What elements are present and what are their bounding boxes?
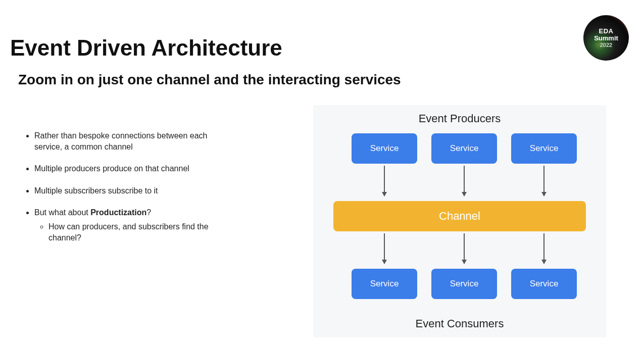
bullet-4-sub-1: How can producers, and subscribers find … <box>48 221 217 243</box>
producer-box-1: Service <box>352 133 417 164</box>
bullet-4-bold: Productization <box>90 208 146 217</box>
consumer-box-2: Service <box>431 269 497 299</box>
arrow-consumer-2 <box>464 233 465 264</box>
arrow-consumer-3 <box>543 233 544 264</box>
producer-box-3: Service <box>511 133 577 164</box>
logo-line-2: Summit <box>594 35 618 42</box>
bullet-2: Multiple producers produce on that chann… <box>34 163 217 174</box>
architecture-diagram: Event Producers Service Service Service … <box>313 105 606 337</box>
consumers-label: Event Consumers <box>313 317 606 330</box>
producers-label: Event Producers <box>313 112 606 125</box>
bullet-4-suffix: ? <box>146 208 151 217</box>
bullet-1: Rather than bespoke connections between … <box>34 130 217 152</box>
bullet-3: Multiple subscribers subscribe to it <box>34 185 217 196</box>
arrow-producer-1 <box>384 166 385 196</box>
slide-subtitle: Zoom in on just one channel and the inte… <box>18 72 401 88</box>
consumer-box-3: Service <box>511 269 577 299</box>
eda-summit-logo: EDA Summit 2022 <box>583 15 629 61</box>
producer-box-2: Service <box>431 133 497 164</box>
arrow-producer-2 <box>464 166 465 196</box>
bullet-4: But what about Productization? How can p… <box>34 207 217 243</box>
slide-title: Event Driven Architecture <box>10 35 282 61</box>
logo-line-1: EDA <box>599 28 614 35</box>
consumer-box-1: Service <box>352 269 417 299</box>
logo-line-3: 2022 <box>600 42 612 48</box>
arrow-consumer-1 <box>384 233 385 264</box>
arrow-producer-3 <box>543 166 544 196</box>
channel-box: Channel <box>333 201 586 231</box>
bullet-list: Rather than bespoke connections between … <box>25 130 217 254</box>
bullet-4-prefix: But what about <box>34 208 90 217</box>
